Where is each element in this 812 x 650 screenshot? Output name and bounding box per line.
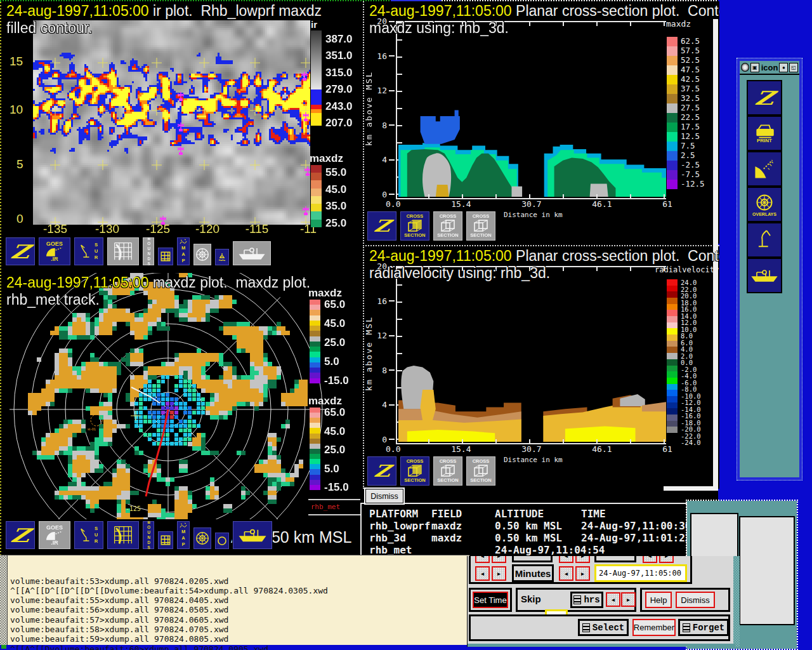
info-header: FIELD — [431, 508, 495, 520]
ir-maxdz-ticks: 55.045.035.025.0 — [325, 166, 346, 230]
radar-title-line2: rhb_met track. — [6, 291, 100, 308]
small-grid-button[interactable] — [157, 247, 174, 266]
map-button[interactable]: MAP — [176, 237, 190, 266]
ship-track-button[interactable] — [232, 241, 272, 266]
info-cell: rhb_lowprf — [369, 520, 431, 532]
grid-overlay-button[interactable] — [107, 521, 140, 550]
map-button[interactable]: MAP — [176, 521, 190, 550]
zebra-logo-icon[interactable]: Z — [367, 211, 397, 241]
iconify-icon[interactable]: ● — [779, 63, 788, 72]
overlays-button[interactable]: OVERLAYS — [747, 187, 782, 222]
xsec-radial-toolbar: Z CROSSSECTION CROSSSECTION CROSSSECTION — [367, 456, 496, 486]
stepper-button[interactable]: ◂ — [643, 556, 657, 563]
zebra-logo-icon[interactable]: Z — [747, 80, 782, 116]
info-cell: 24-Aug-97,11:00:30 — [581, 520, 691, 532]
info-cell — [581, 544, 691, 556]
bounds-button[interactable]: BOUNDS — [142, 521, 155, 550]
info-dismiss-button[interactable]: Dismiss — [365, 489, 403, 503]
radar-toolbar: Z GOES.IR SUR BOUNDS MAP — [5, 521, 273, 550]
minutes-button[interactable]: Minutes — [512, 564, 554, 582]
info-cell: 0.50 km MSL — [495, 520, 581, 532]
skip-label: Skip — [521, 594, 541, 604]
radar-ppi-panel: 24-aug-1997,11:05:00 maxdz plot. maxdz p… — [1, 273, 360, 555]
xsec-radial-contours — [398, 269, 666, 442]
info-cell: 24-Aug-97,11:01:22 — [581, 532, 691, 544]
minutes-forward-button2[interactable]: ▸ — [575, 566, 590, 581]
zebra-logo-icon[interactable]: Z — [367, 456, 397, 486]
time-unit-button[interactable] — [512, 556, 553, 562]
xsec-radial-x-ticks: 0.015.430.746.161 — [387, 444, 674, 454]
ship-track-label: rhb_met — [311, 503, 340, 511]
ship-track-button[interactable] — [232, 521, 273, 550]
xsec-radial-colorbar-ticks: 24.022.020.018.016.014.012.010.08.06.04.… — [681, 279, 701, 433]
grid-overlay-button[interactable] — [107, 237, 140, 266]
stepper-button[interactable]: ▸ — [575, 556, 590, 563]
satellite-ir-image[interactable] — [33, 20, 310, 225]
xsec-maxdz-colorbar — [667, 37, 678, 189]
remember-button[interactable]: Remember — [632, 619, 676, 636]
zebra-logo-icon[interactable]: Z — [5, 521, 36, 550]
time-unit-button[interactable] — [594, 556, 636, 562]
window-menu-icon[interactable] — [741, 63, 749, 72]
cross-section-button[interactable]: CROSSSECTION — [466, 211, 496, 241]
goes-ir-button[interactable]: GOES.IR — [38, 237, 71, 266]
ir-panel-toolbar: Z GOES.IR SUR BOUNDS MAP — [5, 237, 272, 266]
select-button[interactable]: Select — [578, 619, 629, 636]
radar-x-tick: -125 — [126, 505, 141, 512]
radar-ppi-display[interactable] — [1, 273, 360, 519]
window-button-icon[interactable]: ▣ — [750, 63, 759, 72]
time-control-window: ◂ ▸ ◂ ▸ ◂ ▸ ◂ ▸ Minutes ◂ ▸ 24-Aug-97,11… — [467, 556, 740, 647]
time-field[interactable]: 24-Aug-97,11:05:00‸ — [594, 564, 687, 582]
menu-icon — [573, 595, 581, 604]
ship-button[interactable] — [747, 258, 782, 293]
cross-section-button-active[interactable]: CROSSSECTION — [400, 456, 430, 486]
icon-window-titlebar[interactable]: ▣ icon ● ◱ — [740, 61, 799, 75]
print-button[interactable]: PRINT — [747, 116, 782, 151]
antenna-button[interactable] — [747, 222, 782, 258]
ir-panel-title-line2: filled contour. — [6, 20, 93, 37]
buoy-button[interactable] — [214, 248, 230, 266]
xsec-radial-plot[interactable] — [396, 266, 666, 444]
set-time-button[interactable]: Set Time — [473, 592, 508, 608]
xsec-maxdz-xlabel: Distance in km — [504, 211, 563, 219]
cross-section-button[interactable]: CROSSSECTION — [433, 456, 463, 486]
stepper-button[interactable]: ▸ — [492, 556, 506, 563]
minutes-forward-button[interactable]: ▸ — [492, 566, 506, 581]
cross-section-button-active[interactable]: CROSSSECTION — [400, 211, 430, 241]
radar-beam-button[interactable] — [747, 151, 782, 187]
xsec-maxdz-y-ticks: 201612840 — [373, 17, 395, 199]
skip-back-button[interactable]: ◂ — [606, 592, 620, 607]
surveillance-radar-button[interactable]: SUR — [74, 237, 104, 266]
xsec-maxdz-plot[interactable] — [396, 21, 666, 199]
radar-colorbar1-label: maxdz — [308, 287, 342, 300]
overlays-rings-button[interactable] — [193, 243, 212, 266]
xsec-maxdz-colorbar-ticks: 62.557.552.547.542.537.532.527.522.517.5… — [681, 37, 705, 189]
goes-ir-button[interactable]: GOES.IR — [38, 521, 71, 550]
surveillance-radar-button[interactable]: SUR — [74, 521, 104, 550]
xterm-window[interactable]: volume:beaufait:53>xdump.all 970824.0205… — [0, 555, 469, 645]
dismiss-button[interactable]: Dismiss — [676, 592, 715, 608]
zebra-logo-icon[interactable]: Z — [5, 237, 36, 266]
bounds-button[interactable]: BOUNDS — [142, 237, 155, 266]
minutes-back-button[interactable]: ◂ — [475, 566, 490, 581]
info-cell: 24-Aug-97,11:04:54 — [495, 544, 581, 556]
info-header: PLATFORM — [369, 508, 431, 520]
overlays-rings-button[interactable] — [193, 527, 212, 550]
info-cell: 0.50 km MSL — [495, 532, 581, 544]
cross-section-button[interactable]: CROSSSECTION — [466, 456, 496, 486]
stepper-button[interactable]: ◂ — [559, 556, 573, 563]
cross-section-button[interactable]: CROSSSECTION — [433, 211, 463, 241]
stepper-button[interactable]: ◂ — [475, 556, 490, 563]
circle-overlay-button[interactable] — [214, 532, 230, 550]
ir-maxdz-colorbar-label: maxdz — [310, 152, 343, 165]
skip-units-dropdown[interactable]: hrs — [570, 592, 603, 608]
maximize-icon[interactable]: ◱ — [789, 63, 798, 72]
skip-forward-button[interactable]: ▸ — [621, 592, 636, 607]
minutes-back-button2[interactable]: ◂ — [559, 566, 573, 581]
stepper-button[interactable]: ▸ — [659, 556, 674, 563]
forget-button[interactable]: Forget — [678, 619, 729, 636]
info-cell: maxdz — [431, 520, 495, 532]
small-grid-button[interactable] — [157, 531, 174, 550]
help-button[interactable]: Help — [645, 592, 672, 608]
terminal-scrollbar[interactable] — [0, 555, 8, 645]
